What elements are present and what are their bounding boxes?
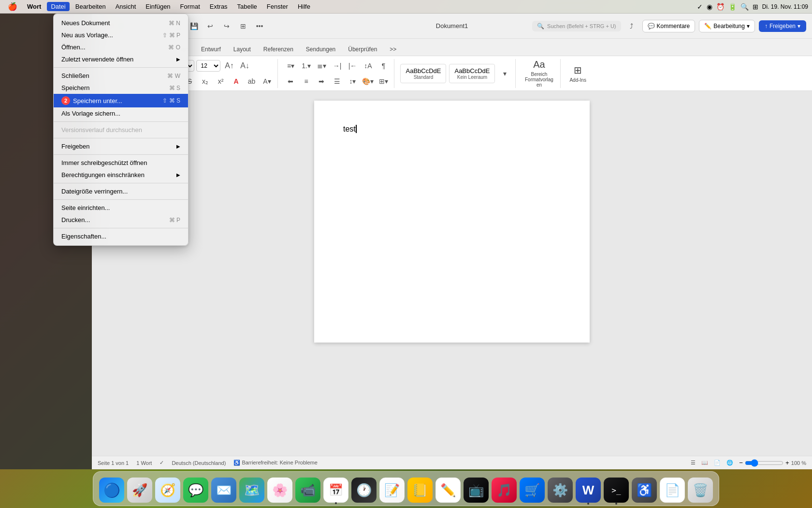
undo-button[interactable]: ↩	[203, 19, 217, 33]
dock-word[interactable]: W	[576, 478, 601, 503]
menu-bearbeiten[interactable]: Bearbeiten	[72, 2, 110, 11]
indent-decrease-button[interactable]: |←	[346, 59, 359, 73]
menu-ansicht[interactable]: Ansicht	[112, 2, 140, 11]
apple-menu[interactable]: 🍎	[4, 1, 21, 12]
tab-entwurf[interactable]: Entwurf	[195, 43, 227, 56]
tab-sendungen[interactable]: Sendungen	[300, 43, 341, 56]
multilevel-list-button[interactable]: ≣▾	[315, 59, 328, 73]
font-size-select[interactable]: 12	[196, 60, 220, 72]
menu-einfuegen[interactable]: Einfügen	[142, 2, 174, 11]
tab-ueberprufen[interactable]: Überprüfen	[342, 43, 383, 56]
shading-button[interactable]: 🎨▾	[361, 75, 375, 88]
dock-facetime[interactable]: 📹	[295, 478, 320, 503]
font-size-decrease[interactable]: A↓	[238, 59, 251, 73]
menu-item-neu-aus-vorlage[interactable]: Neu aus Vorlage... ⇧ ⌘ P	[54, 29, 188, 41]
wifi-icon[interactable]: ✓	[697, 3, 703, 11]
menu-datei[interactable]: Datei	[47, 2, 69, 11]
document-page[interactable]: test	[314, 101, 590, 343]
clock-icon[interactable]: ⏰	[716, 3, 725, 11]
zoom-slider[interactable]	[745, 459, 783, 467]
menu-item-schliessen[interactable]: Schließen ⌘ W	[54, 70, 188, 82]
sort-button[interactable]: ↕A	[361, 59, 375, 73]
dock-finder[interactable]: 🔵	[99, 478, 124, 503]
menu-item-immer-schreibgeschuetzt[interactable]: Immer schreibgeschützt öffnen	[54, 157, 188, 169]
addins-button[interactable]: ⊞ Add-Ins	[566, 62, 589, 85]
menu-hilfe[interactable]: Hilfe	[294, 2, 314, 11]
fontcolor-button[interactable]: A	[229, 75, 243, 88]
save-button[interactable]: 💾	[187, 19, 201, 33]
dock-clock[interactable]: 🕐	[351, 478, 377, 503]
language[interactable]: Deutsch (Deutschland)	[172, 460, 226, 466]
dock-terminal[interactable]: >_	[604, 478, 629, 503]
dock-messages[interactable]: 💬	[183, 478, 208, 503]
font-size-increase[interactable]: A↑	[222, 59, 236, 73]
dock-reminders[interactable]: 📝	[379, 478, 405, 503]
styles-scroll-button[interactable]: ▾	[498, 67, 511, 80]
present-button[interactable]: ⊞	[236, 19, 250, 33]
dock-music[interactable]: 🎵	[492, 478, 517, 503]
view-web-icon[interactable]: 🌐	[726, 460, 733, 466]
tab-referenzen[interactable]: Referenzen	[258, 43, 299, 56]
document-area[interactable]: test	[92, 91, 812, 456]
menu-item-dateigroesse[interactable]: Dateigröße verringern...	[54, 185, 188, 197]
style-kein-leeraum[interactable]: AaBbCcDdE Kein Leeraum	[449, 64, 495, 83]
align-left-button[interactable]: ⬅	[284, 75, 297, 88]
menu-item-eigenschaften[interactable]: Eigenschaften...	[54, 230, 188, 242]
dock-textedit[interactable]: 📄	[660, 478, 685, 503]
subscript-button[interactable]: x₂	[198, 75, 212, 88]
highlight-button[interactable]: ab	[245, 75, 258, 88]
bullet-list-button[interactable]: ≡▾	[284, 59, 297, 73]
zoom-in-button[interactable]: +	[785, 459, 789, 466]
menu-tabelle[interactable]: Tabelle	[233, 2, 261, 11]
dock-accessibility[interactable]: ♿	[632, 478, 657, 503]
dock-maps[interactable]: 🗺️	[239, 478, 264, 503]
menu-item-berechtigungen[interactable]: Berechtigungen einschränken ▶	[54, 169, 188, 181]
menu-item-drucken[interactable]: Drucken... ⌘ P	[54, 214, 188, 226]
dock-calendar[interactable]: 📅	[323, 478, 348, 503]
dock-trash[interactable]: 🗑️	[688, 478, 713, 503]
superscript-button[interactable]: x²	[214, 75, 227, 88]
battery-icon[interactable]: 🔋	[728, 3, 737, 11]
numbered-list-button[interactable]: 1.▾	[299, 59, 313, 73]
dock-notes[interactable]: 📒	[407, 478, 433, 503]
freigeben-button[interactable]: ↑ Freigeben ▾	[759, 20, 806, 32]
dock-systemprefs[interactable]: ⚙️	[548, 478, 573, 503]
share-button[interactable]: ⤴	[625, 19, 638, 33]
bt-icon[interactable]: ◉	[707, 3, 712, 11]
bereich-formatvorlagen-button[interactable]: Aa Bereich Formatvorlagen	[522, 57, 556, 90]
dock-tv[interactable]: 📺	[464, 478, 489, 503]
more-button[interactable]: •••	[253, 19, 266, 33]
border-button[interactable]: ⊞▾	[377, 75, 390, 88]
align-justify-button[interactable]: ☰	[330, 75, 344, 88]
dock-launchpad[interactable]: 🚀	[127, 478, 152, 503]
zoom-out-button[interactable]: −	[739, 459, 743, 466]
search-box[interactable]: 🔍 Suchen (Befehl + STRG + U)	[532, 21, 621, 31]
textcolor-button[interactable]: A▾	[260, 75, 274, 88]
dock-appstore[interactable]: 🛒	[520, 478, 545, 503]
menu-item-als-vorlage[interactable]: Als Vorlage sichern...	[54, 107, 188, 120]
kommentare-button[interactable]: 💬 Kommentare	[642, 20, 696, 32]
search-icon[interactable]: 🔍	[740, 3, 749, 11]
menu-item-neues-dokument[interactable]: Neues Dokument ⌘ N	[54, 17, 188, 29]
tab-more[interactable]: >>	[384, 43, 402, 56]
dock-safari[interactable]: 🧭	[155, 478, 180, 503]
view-read-icon[interactable]: 📖	[701, 460, 708, 466]
control-center-icon[interactable]: ⊞	[753, 3, 758, 11]
style-standard[interactable]: AaBbCcDdE Standard	[400, 64, 446, 83]
tab-layout[interactable]: Layout	[228, 43, 257, 56]
bearbeitung-button[interactable]: ✏️ Bearbeitung ▾	[699, 20, 755, 32]
menu-item-seite-einrichten[interactable]: Seite einrichten...	[54, 202, 188, 214]
menu-item-zuletzt[interactable]: Zuletzt verwendete öffnen ▶	[54, 53, 188, 65]
menu-item-freigeben[interactable]: Freigeben ▶	[54, 140, 188, 152]
menu-item-speichern[interactable]: Speichern ⌘ S	[54, 82, 188, 94]
app-name[interactable]: Wort	[23, 2, 45, 11]
menu-item-speichern-unter[interactable]: 2 Speichern unter... ⇧ ⌘ S	[54, 94, 188, 107]
menu-format[interactable]: Format	[176, 2, 204, 11]
line-spacing-button[interactable]: ↕▾	[346, 75, 359, 88]
align-right-button[interactable]: ➡	[315, 75, 328, 88]
menu-extras[interactable]: Extras	[206, 2, 232, 11]
spelling-check-icon[interactable]: ✓	[160, 460, 164, 466]
redo-button[interactable]: ↪	[220, 19, 233, 33]
menu-item-oeffnen[interactable]: Öffnen... ⌘ O	[54, 41, 188, 53]
accessibility-check[interactable]: ♿ Barrierefreiheit: Keine Probleme	[233, 460, 318, 466]
